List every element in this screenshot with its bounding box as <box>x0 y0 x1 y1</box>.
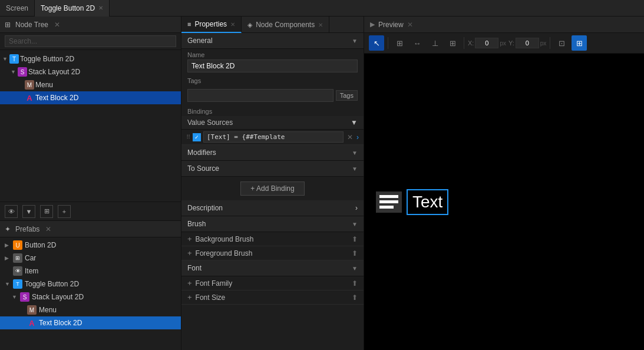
modifiers-section-header[interactable]: Modifiers ▼ <box>181 145 364 161</box>
text-icon-lines <box>379 195 398 209</box>
search-bar <box>0 33 181 50</box>
bg-brush-upload-icon[interactable]: ⬆ <box>352 235 358 243</box>
tree-area: ▼ T Toggle Button 2D ▼ S Stack Layout 2D… <box>0 50 181 202</box>
font-family-row: + Font Family ⬆ <box>181 276 364 290</box>
general-section-header[interactable]: General ▼ <box>181 33 364 49</box>
general-section-title: General <box>187 37 213 45</box>
tree-toolbar: 👁 ▼ ⊞ + <box>0 202 181 220</box>
name-prop-row: Name <box>181 49 364 75</box>
fg-brush-upload-icon[interactable]: ⬆ <box>352 249 358 257</box>
prefab-text-2[interactable]: ▶ A Text Block 2D <box>0 316 181 329</box>
properties-tab-close[interactable]: ✕ <box>230 21 235 28</box>
tags-row: Tags <box>181 87 364 104</box>
font-size-upload-icon[interactable]: ⬆ <box>352 293 358 302</box>
binding-input[interactable] <box>203 131 344 143</box>
prefabs-close[interactable]: ✕ <box>45 225 51 233</box>
font-size-row: + Font Size ⬆ <box>181 290 364 305</box>
tab-screen-label: Screen <box>6 4 28 12</box>
prefab-toggle-2[interactable]: ▼ T Toggle Button 2D <box>0 278 181 290</box>
tool-anchor-button[interactable]: ⊞ <box>445 35 460 51</box>
font-family-label: Font Family <box>196 279 348 288</box>
description-title: Description <box>187 204 223 212</box>
canvas-area: Text <box>364 54 644 350</box>
description-section-header[interactable]: Description › <box>181 200 364 216</box>
fg-brush-add-icon[interactable]: + <box>187 249 192 257</box>
modifiers-chevron-icon: ▼ <box>352 150 358 156</box>
properties-tab-label: Properties <box>194 20 227 28</box>
prefab-label-item: Item <box>25 267 38 275</box>
bg-brush-label: Background Brush <box>196 235 348 243</box>
name-input[interactable] <box>187 60 358 72</box>
top-tab-bar: Screen Toggle Button 2D ✕ <box>0 0 644 16</box>
node-tree-title: Node Tree <box>15 21 48 29</box>
prefabs-title: Prefabs <box>15 225 39 233</box>
tool-screen-button[interactable]: ⊡ <box>554 35 569 51</box>
tags-button[interactable]: Tags <box>336 90 358 101</box>
tree-label-menu: Menu <box>35 81 53 89</box>
to-source-section-header[interactable]: To Source ▼ <box>181 161 364 177</box>
font-section-header[interactable]: Font ▼ <box>181 260 364 276</box>
tree-item-stack-layout[interactable]: ▼ S Stack Layout 2D <box>0 65 181 78</box>
x-input[interactable] <box>475 38 498 48</box>
tab-properties[interactable]: ≡ Properties ✕ <box>181 16 242 33</box>
tool-snap-button[interactable]: ⊞ <box>572 35 587 51</box>
toolbar-separator-1 <box>388 37 388 49</box>
brush-section-header[interactable]: Brush ▼ <box>181 216 364 232</box>
tree-filter-button[interactable]: ▼ <box>22 205 35 218</box>
prefab-icon-car: ⊞ <box>13 253 22 263</box>
tab-node-components[interactable]: ◈ Node Components ✕ <box>242 16 329 33</box>
properties-scroll: General ▼ Name Tags Tags Bindings Value … <box>181 33 364 350</box>
binding-checkbox[interactable] <box>193 133 201 141</box>
prefabs-icon: ✦ <box>5 225 11 233</box>
prefab-button-2d[interactable]: ▶ U Button 2D <box>0 239 181 252</box>
tab-toggle-close-icon[interactable]: ✕ <box>98 5 103 11</box>
node-tree-close[interactable]: ✕ <box>54 21 60 29</box>
tree-item-menu[interactable]: ▶ M Menu <box>0 78 181 91</box>
prefab-item[interactable]: ▶ 👁 Item <box>0 265 181 278</box>
canvas-preview: Text <box>376 189 448 215</box>
tool-align-center-v-button[interactable]: ⊥ <box>427 35 442 51</box>
font-size-add-icon[interactable]: + <box>187 293 192 302</box>
prefab-label-menu2: Menu <box>39 306 57 314</box>
prefab-icon-text2: A <box>27 318 37 328</box>
tags-input[interactable] <box>187 89 333 102</box>
prefab-label-text2: Text Block 2D <box>39 319 82 327</box>
tree-icon-menu: M <box>25 80 34 90</box>
value-sources-header[interactable]: Value Sources ▼ <box>181 116 364 130</box>
prefabs-panel: ✦ Prefabs ✕ ▶ U Button 2D ▶ ⊞ Car ▶ 👁 <box>0 220 181 350</box>
drag-handle-icon[interactable]: ⠿ <box>186 134 190 140</box>
text-line-1 <box>379 195 398 198</box>
tool-grid-button[interactable]: ⊞ <box>392 35 407 51</box>
add-binding-button[interactable]: + Add Binding <box>240 181 304 196</box>
prefab-icon-button: U <box>13 240 22 250</box>
node-components-icon: ◈ <box>247 21 252 29</box>
tree-add-button[interactable]: + <box>58 205 71 218</box>
font-family-add-icon[interactable]: + <box>187 279 192 288</box>
y-input[interactable] <box>516 38 539 48</box>
tree-item-text-block[interactable]: ▶ A Text Block 2D <box>0 91 181 104</box>
x-label: X: <box>468 39 474 47</box>
tool-resize-h-button[interactable]: ↔ <box>409 35 425 51</box>
prefab-menu-2[interactable]: ▶ M Menu <box>0 303 181 316</box>
value-sources-chevron: ▼ <box>351 118 358 127</box>
prefab-car[interactable]: ▶ ⊞ Car <box>0 252 181 265</box>
tool-select-button[interactable]: ↖ <box>369 35 384 51</box>
x-coord-group: X: px <box>468 38 506 48</box>
search-input[interactable] <box>5 35 176 47</box>
bg-brush-add-icon[interactable]: + <box>187 235 192 243</box>
prefab-stack-2[interactable]: ▼ S Stack Layout 2D <box>0 290 181 303</box>
binding-delete-icon[interactable]: ✕ <box>346 133 354 141</box>
tab-screen[interactable]: Screen <box>0 0 35 16</box>
node-components-label: Node Components <box>256 21 315 29</box>
properties-panel: ≡ Properties ✕ ◈ Node Components ✕ Gener… <box>181 16 364 350</box>
brush-title: Brush <box>187 220 206 228</box>
tree-item-toggle-button[interactable]: ▼ T Toggle Button 2D <box>0 52 181 65</box>
font-family-upload-icon[interactable]: ⬆ <box>352 279 358 288</box>
preview-close-icon[interactable]: ✕ <box>407 21 413 29</box>
tree-label-text: Text Block 2D <box>35 94 78 102</box>
tree-grid-button[interactable]: ⊞ <box>40 205 53 218</box>
node-components-close[interactable]: ✕ <box>318 22 323 28</box>
tab-toggle-button-2d[interactable]: Toggle Button 2D ✕ <box>35 0 110 16</box>
binding-navigate-icon[interactable]: › <box>356 133 359 141</box>
tree-eye-button[interactable]: 👁 <box>5 205 18 218</box>
